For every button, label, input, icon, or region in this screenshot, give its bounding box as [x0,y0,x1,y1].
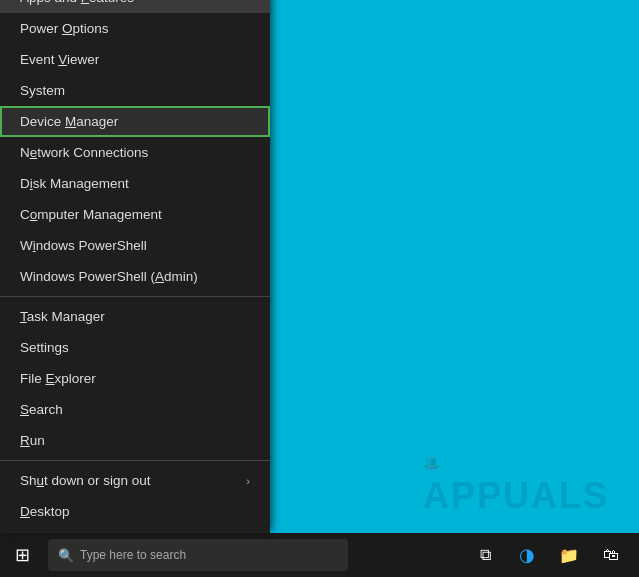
menu-item-label-network-connections: Network Connections [20,145,148,160]
menu-item-label-disk-management: Disk Management [20,176,129,191]
search-icon: 🔍 [58,548,74,563]
menu-item-event-viewer[interactable]: Event Viewer [0,44,270,75]
menu-item-system[interactable]: System [0,75,270,106]
menu-item-search[interactable]: Search [0,394,270,425]
menu-item-label-computer-management: Computer Management [20,207,162,222]
menu-item-file-explorer[interactable]: File Explorer [0,363,270,394]
menu-item-computer-management[interactable]: Computer Management [0,199,270,230]
menu-item-label-power-options: Power Options [20,21,109,36]
menu-item-label-desktop: Desktop [20,504,70,519]
menu-item-label-settings: Settings [20,340,69,355]
menu-item-task-manager[interactable]: Task Manager [0,301,270,332]
menu-item-windows-powershell-admin[interactable]: Windows PowerShell (Admin) [0,261,270,292]
menu-item-device-manager[interactable]: Device Manager [0,106,270,137]
context-menu: Apps and FeaturesPower OptionsEvent View… [0,0,270,533]
menu-item-label-event-viewer: Event Viewer [20,52,99,67]
task-view-button[interactable]: ⧉ [465,533,505,577]
task-view-icon: ⧉ [480,546,491,564]
explorer-icon: 📁 [559,546,579,565]
watermark: 🎩 APPUALS [423,455,609,517]
search-placeholder: Type here to search [80,548,186,562]
taskbar-icons: ⧉ ◑ 📁 🛍 [465,533,639,577]
menu-item-label-windows-powershell: Windows PowerShell [20,238,147,253]
menu-item-network-connections[interactable]: Network Connections [0,137,270,168]
menu-item-power-options[interactable]: Power Options [0,13,270,44]
menu-divider [0,460,270,461]
menu-item-label-file-explorer: File Explorer [20,371,96,386]
menu-item-shut-down[interactable]: Shut down or sign out› [0,465,270,496]
windows-logo-icon: ⊞ [15,544,30,566]
submenu-arrow-icon: › [246,475,250,487]
store-icon: 🛍 [603,546,619,564]
menu-divider [0,296,270,297]
edge-icon: ◑ [519,544,535,566]
menu-item-label-run: Run [20,433,45,448]
menu-item-label-windows-powershell-admin: Windows PowerShell (Admin) [20,269,198,284]
taskbar: ⊞ 🔍 Type here to search ⧉ ◑ 📁 🛍 [0,533,639,577]
edge-button[interactable]: ◑ [507,533,547,577]
menu-item-run[interactable]: Run [0,425,270,456]
menu-item-apps-features[interactable]: Apps and Features [0,0,270,13]
store-button[interactable]: 🛍 [591,533,631,577]
menu-item-label-shut-down: Shut down or sign out [20,473,151,488]
taskbar-search[interactable]: 🔍 Type here to search [48,539,348,571]
menu-item-label-apps-features: Apps and Features [20,0,134,5]
menu-item-desktop[interactable]: Desktop [0,496,270,527]
menu-item-label-device-manager: Device Manager [20,114,118,129]
start-button[interactable]: ⊞ [0,533,44,577]
menu-item-windows-powershell[interactable]: Windows PowerShell [0,230,270,261]
menu-item-settings[interactable]: Settings [0,332,270,363]
explorer-button[interactable]: 📁 [549,533,589,577]
menu-item-label-task-manager: Task Manager [20,309,105,324]
menu-item-label-search: Search [20,402,63,417]
menu-item-disk-management[interactable]: Disk Management [0,168,270,199]
menu-item-label-system: System [20,83,65,98]
